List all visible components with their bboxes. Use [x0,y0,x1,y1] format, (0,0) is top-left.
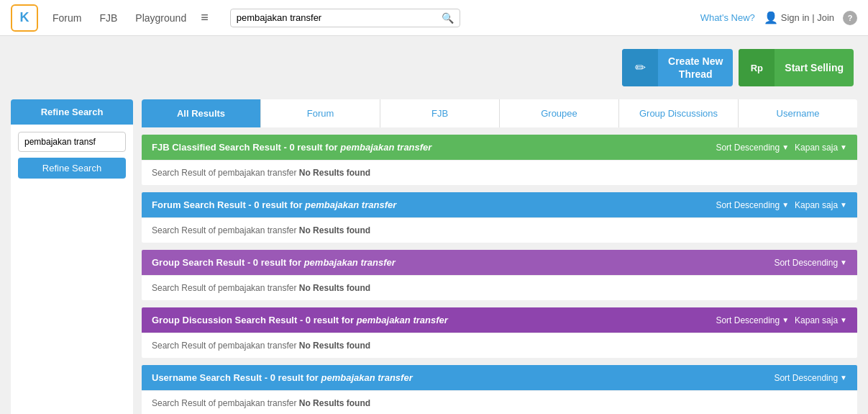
time-chevron-icon: ▼ [840,201,847,209]
sidebar-body: Refine Search [11,125,133,186]
signin-area[interactable]: 👤 Sign in | Join [764,11,834,24]
create-thread-label: Create NewThread [658,55,733,81]
tabs: All Results Forum FJB Groupee Group Disc… [142,99,857,127]
result-title: Username Search Result - 0 result for pe… [152,372,413,383]
tab-forum[interactable]: Forum [261,99,380,127]
result-body: Search Result of pembajakan transfer No … [142,390,857,414]
sort-chevron-icon: ▼ [840,258,847,266]
tab-groupee[interactable]: Groupee [500,99,619,127]
sort-dropdown[interactable]: Sort Descending ▼ [716,315,789,325]
time-dropdown[interactable]: Kapan saja ▼ [795,315,847,325]
result-body: Search Result of pembajakan transfer No … [142,217,857,243]
refine-search-button[interactable]: Refine Search [18,158,126,179]
sidebar-header: Refine Search [11,99,133,125]
whats-new-link[interactable]: What's New? [700,12,755,23]
header: K Forum FJB Playground ≡ 🔍 What's New? 👤… [0,0,868,36]
tab-fjb[interactable]: FJB [380,99,500,127]
result-title: FJB Classified Search Result - 0 result … [152,142,431,153]
sort-dropdown[interactable]: Sort Descending ▼ [774,373,847,383]
nav-forum[interactable]: Forum [52,12,81,24]
refine-search-input[interactable] [18,132,126,152]
sort-dropdown[interactable]: Sort Descending ▼ [716,200,789,210]
result-section-fjb: FJB Classified Search Result - 0 result … [142,135,857,185]
result-header: Username Search Result - 0 result for pe… [142,365,857,390]
result-title: Group Search Result - 0 result for pemba… [152,257,396,268]
tab-all-results[interactable]: All Results [142,99,261,127]
start-selling-icon: Rp [739,49,775,86]
time-chevron-icon: ▼ [840,143,847,151]
user-icon: 👤 [764,11,778,24]
result-header: FJB Classified Search Result - 0 result … [142,135,857,160]
result-title: Forum Search Result - 0 result for pemba… [152,199,396,210]
result-header: Group Search Result - 0 result for pemba… [142,250,857,275]
tab-username[interactable]: Username [739,99,857,127]
result-section-group-discussion: Group Discussion Search Result - 0 resul… [142,307,857,358]
sidebar: Refine Search Refine Search [11,99,133,414]
result-body: Search Result of pembajakan transfer No … [142,333,857,358]
result-header: Forum Search Result - 0 result for pemba… [142,192,857,217]
nav-fjb[interactable]: FJB [99,12,117,24]
result-section-forum: Forum Search Result - 0 result for pemba… [142,192,857,243]
logo[interactable]: K [11,4,38,32]
result-controls: Sort Descending ▼ Kapan saja ▼ [716,143,847,153]
nav-playground[interactable]: Playground [135,12,186,24]
start-selling-label: Start Selling [775,62,854,73]
logo-letter: K [20,10,29,25]
time-dropdown[interactable]: Kapan saja ▼ [795,200,847,210]
result-controls: Sort Descending ▼ [774,258,847,268]
tab-group-discussions[interactable]: Group Discussions [619,99,739,127]
create-thread-button[interactable]: ✏ Create NewThread [622,49,733,86]
result-body: Search Result of pembajakan transfer No … [142,275,857,300]
time-dropdown[interactable]: Kapan saja ▼ [795,143,847,153]
result-section-group: Group Search Result - 0 result for pemba… [142,250,857,300]
start-selling-button[interactable]: Rp Start Selling [739,49,854,86]
time-chevron-icon: ▼ [840,316,847,324]
search-bar: 🔍 [230,9,460,27]
help-icon[interactable]: ? [843,11,857,25]
result-controls: Sort Descending ▼ Kapan saja ▼ [716,200,847,210]
sort-chevron-icon: ▼ [782,201,789,209]
nav-links: Forum FJB Playground [52,12,186,24]
content: Refine Search Refine Search All Results … [0,99,868,414]
sort-chevron-icon: ▼ [840,374,847,382]
result-controls: Sort Descending ▼ [774,373,847,383]
result-body: Search Result of pembajakan transfer No … [142,160,857,185]
sort-chevron-icon: ▼ [782,316,789,324]
result-section-username: Username Search Result - 0 result for pe… [142,365,857,414]
sort-chevron-icon: ▼ [782,143,789,151]
signin-label[interactable]: Sign in | Join [781,12,834,23]
header-right: What's New? 👤 Sign in | Join ? [700,11,857,25]
create-thread-icon: ✏ [622,49,658,86]
sort-dropdown[interactable]: Sort Descending ▼ [774,258,847,268]
main: All Results Forum FJB Groupee Group Disc… [142,99,857,414]
result-header: Group Discussion Search Result - 0 resul… [142,307,857,333]
toolbar: ✏ Create NewThread Rp Start Selling [0,36,868,99]
hamburger-icon[interactable]: ≡ [201,10,209,25]
search-input[interactable] [237,12,442,23]
result-title: Group Discussion Search Result - 0 resul… [152,315,448,325]
sort-dropdown[interactable]: Sort Descending ▼ [716,143,789,153]
search-icon[interactable]: 🔍 [442,12,454,24]
result-controls: Sort Descending ▼ Kapan saja ▼ [716,315,847,325]
results-container: FJB Classified Search Result - 0 result … [142,135,857,414]
